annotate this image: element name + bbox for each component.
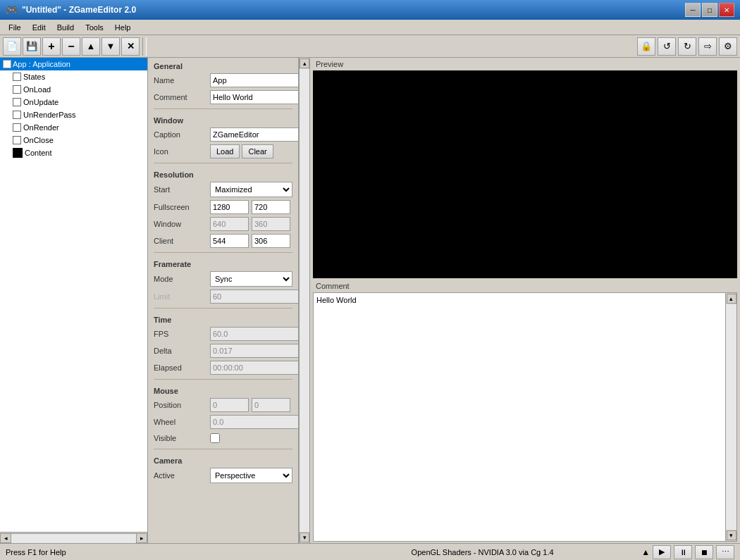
move-down-button[interactable]: ▼ [101,37,120,56]
prop-fullscreen-pair [210,200,290,214]
prop-position-label: Position [154,401,210,409]
more-button[interactable]: ⋯ [716,545,734,559]
prop-mode-select[interactable]: Sync VSync Fixed [210,271,292,287]
minimize-button[interactable]: ─ [685,3,701,17]
tree-item-onupdate[interactable]: OnUpdate [0,96,147,108]
tree-expander-app[interactable]: − [3,60,11,68]
prop-client-h[interactable] [252,234,290,248]
prop-icon-label: Icon [154,147,210,156]
load-icon-button[interactable]: Load [210,144,240,158]
prop-caption-label: Caption [154,130,210,139]
prop-limit-row: Limit [148,288,298,305]
prop-active-select[interactable]: Perspective Orthographic None [210,468,292,483]
scroll-up-btn[interactable]: ▴ [300,58,309,68]
tree-checkbox-onupdate[interactable] [13,98,21,106]
comment-vscroll-track [726,304,736,530]
export-button[interactable]: ⇨ [698,37,717,56]
prop-comment-input[interactable] [210,90,299,104]
status-center-text: OpenGL Shaders - NVIDIA 3.0 via Cg 1.4 [323,548,641,556]
prop-fullscreen-w[interactable] [210,200,249,214]
clear-icon-button[interactable]: Clear [242,144,273,158]
prop-elapsed-input [210,361,299,375]
tree-item-content[interactable]: Content [0,147,147,159]
comment-scroll-up[interactable]: ▴ [727,294,736,304]
prop-window-pair [210,217,290,231]
delete-button[interactable]: ✕ [121,37,140,56]
add-button[interactable]: + [42,37,61,56]
tree-checkbox-onclose[interactable] [13,136,21,144]
section-window: Window [148,112,298,126]
settings-button[interactable]: ⚙ [719,37,737,56]
menu-tools[interactable]: Tools [80,20,109,35]
window-controls: ─ □ ✕ [685,3,734,17]
tree-item-states[interactable]: States [0,70,147,83]
prop-name-label: Name [154,76,210,85]
tree-item-onrender[interactable]: OnRender [0,121,147,134]
sep-6 [154,449,292,449]
scroll-right-btn[interactable]: ▸ [136,533,147,543]
prop-wheel-row: Wheel [148,413,298,430]
comment-label: Comment [310,280,740,292]
tree-item-app[interactable]: − App : Application [0,58,147,70]
tree-checkbox-onrender[interactable] [13,123,21,132]
menu-help[interactable]: Help [109,20,137,35]
prop-fullscreen-h[interactable] [252,200,290,214]
scroll-left-btn[interactable]: ◂ [0,533,11,543]
refresh2-button[interactable]: ↻ [678,37,696,56]
prop-active-row: Active Perspective Orthographic None [148,466,298,485]
stop-button[interactable]: ⏹ [695,545,713,559]
prop-name-input[interactable] [210,73,299,87]
tree-checkbox-states[interactable] [13,73,21,81]
section-framerate: Framerate [148,256,298,270]
prop-client-w[interactable] [210,234,249,248]
left-panel: − App : Application States OnLoad OnUpda… [0,58,148,543]
play-button[interactable]: ▶ [653,545,671,559]
prop-start-select[interactable]: Maximized Windowed Fullscreen [210,182,292,197]
close-button[interactable]: ✕ [719,3,734,17]
hscroll-track [11,533,136,543]
section-camera: Camera [148,452,298,466]
prop-visible-checkbox[interactable] [210,433,220,443]
tree-label-content: Content [25,149,52,157]
sep-2 [154,163,292,163]
properties-panel: General Name Comment Window Caption Icon… [148,58,299,543]
refresh1-button[interactable]: ↺ [658,37,676,56]
prop-mode-row: Mode Sync VSync Fixed [148,270,298,288]
tree-checkbox-unrenderpass[interactable] [13,111,21,119]
comment-area: Hello World ▴ ▾ [313,292,737,542]
section-general: General [148,58,298,72]
prop-mode-label: Mode [154,275,210,283]
sep-3 [154,252,292,253]
lock-button[interactable]: 🔒 [637,37,655,56]
tree-label-onrender: OnRender [23,123,59,132]
comment-vscrollbar[interactable]: ▴ ▾ [725,293,736,541]
prop-client-pair [210,234,290,248]
remove-button[interactable]: − [62,37,80,56]
tree-item-unrenderpass[interactable]: UnRenderPass [0,108,147,121]
tree-hscrollbar[interactable]: ◂ ▸ [0,532,147,543]
prop-delta-row: Delta [148,342,298,359]
tree-item-onload[interactable]: OnLoad [0,83,147,96]
prop-active-label: Active [154,471,210,480]
move-up-button[interactable]: ▲ [82,37,100,56]
menu-build[interactable]: Build [51,20,80,35]
prop-start-label: Start [154,185,210,194]
scroll-down-btn[interactable]: ▾ [300,533,309,542]
menu-file[interactable]: File [3,20,27,35]
tree-label-onupdate: OnUpdate [23,98,58,106]
menu-edit[interactable]: Edit [27,20,51,35]
new-button[interactable]: 📄 [3,37,21,56]
comment-scroll-down[interactable]: ▾ [727,530,736,540]
sep-4 [154,308,292,309]
maximize-button[interactable]: □ [702,3,717,17]
tree-item-onclose[interactable]: OnClose [0,134,147,147]
prop-caption-input[interactable] [210,127,299,142]
tree-checkbox-onload[interactable] [13,85,21,94]
menu-bar: File Edit Build Tools Help [0,20,740,35]
prop-fullscreen-row: Fullscreen [148,199,298,216]
pause-button[interactable]: ⏸ [674,545,692,559]
center-vscrollbar[interactable]: ▴ ▾ [299,58,309,543]
save-button[interactable]: 💾 [23,37,41,56]
app-icon: 🎮 [6,4,18,15]
prop-delta-input [210,344,299,358]
